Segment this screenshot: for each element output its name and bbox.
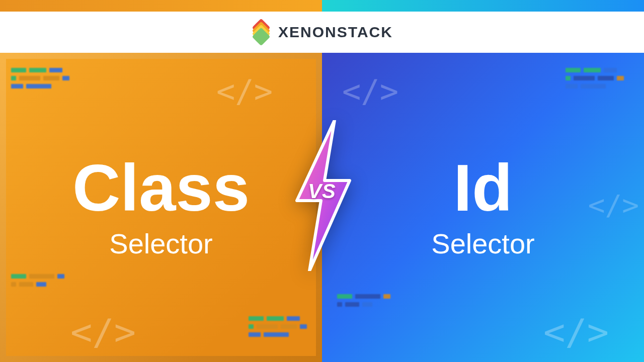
comparison-panels: </> Class Selector </> </> Id Selector <… [0,53,644,362]
xenonstack-logo-icon [251,22,271,42]
left-title: Class [72,155,250,221]
left-panel-class: </> Class Selector </> [0,53,322,362]
code-bracket-icon: </> [216,73,273,110]
decorative-code-lines-icon [11,68,69,88]
code-bracket-icon: </> [342,73,398,110]
code-bracket-icon: </> [543,311,609,353]
decorative-code-lines-icon [337,294,390,307]
right-panel-id: </> Id Selector </> </> [322,53,644,362]
decorative-code-lines-icon [566,68,624,88]
top-accent-strip [0,0,644,12]
right-title: Id [453,155,512,221]
decorative-code-lines-icon [11,274,64,287]
decorative-code-lines-icon [249,316,307,337]
code-bracket-icon: </> [70,311,136,353]
code-bracket-icon: </> [588,189,639,221]
left-subtitle: Selector [109,227,212,260]
brand-name: XENONSTACK [278,24,393,41]
right-subtitle: Selector [431,227,534,260]
header: XENONSTACK [0,12,644,53]
